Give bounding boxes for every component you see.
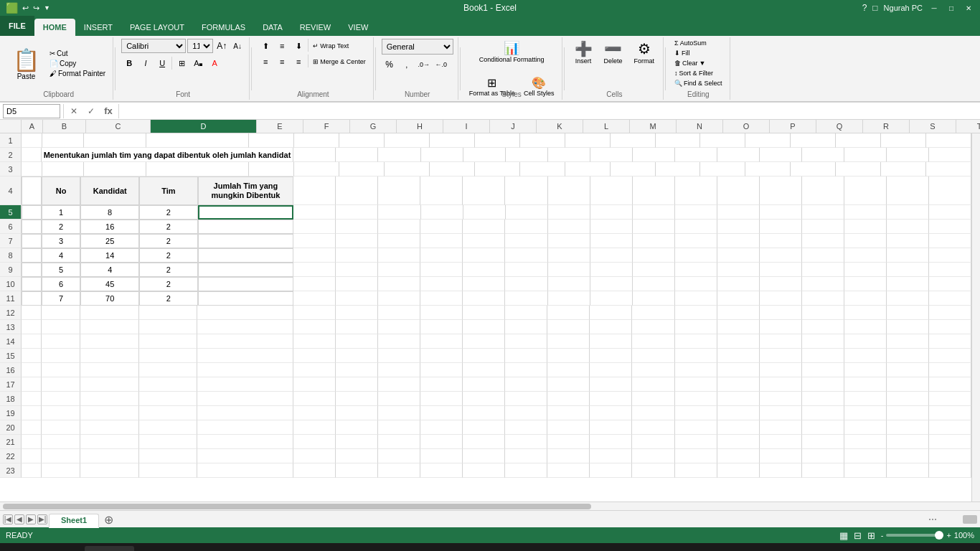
cell-J3[interactable] (475, 162, 520, 176)
rownum-11[interactable]: 11 (0, 291, 22, 306)
cell-O20[interactable] (717, 420, 760, 435)
cell-M1[interactable] (611, 133, 656, 148)
cell-D17[interactable] (197, 377, 293, 392)
cell-C22[interactable] (80, 449, 139, 463)
cell-Q4[interactable] (802, 176, 844, 205)
cell-P14[interactable] (760, 334, 802, 349)
cell-B21[interactable] (42, 435, 81, 449)
cell-P11[interactable] (760, 291, 802, 306)
cell-F15[interactable] (336, 349, 378, 363)
cell-N15[interactable] (675, 349, 717, 363)
cell-G7[interactable] (378, 234, 420, 248)
cell-A5[interactable] (22, 205, 42, 220)
rownum-9[interactable]: 9 (0, 263, 22, 277)
cell-C10[interactable]: 45 (80, 277, 139, 291)
cell-H4[interactable] (420, 176, 463, 205)
cell-I13[interactable] (463, 320, 505, 334)
view-page-break-btn[interactable]: ⊞ (867, 530, 875, 541)
cell-B20[interactable] (42, 420, 81, 435)
cell-B1[interactable] (42, 133, 84, 148)
cell-M7[interactable] (633, 234, 675, 248)
cell-S22[interactable] (887, 449, 929, 463)
cell-K7[interactable] (548, 234, 590, 248)
rownum-4[interactable]: 4 (0, 176, 22, 205)
col-header-T[interactable]: T (956, 120, 980, 133)
cell-E17[interactable] (293, 377, 336, 392)
cell-S16[interactable] (887, 363, 929, 377)
h-scroll-thumb[interactable] (3, 504, 591, 509)
cell-F6[interactable] (336, 220, 378, 234)
col-header-I[interactable]: I (443, 120, 490, 133)
cell-O11[interactable] (717, 291, 760, 306)
cell-T10[interactable] (929, 277, 971, 291)
cell-J18[interactable] (505, 392, 547, 406)
cell-F18[interactable] (336, 392, 378, 406)
rownum-2[interactable]: 2 (0, 148, 22, 162)
cell-N22[interactable] (675, 449, 717, 463)
quick-access-more[interactable]: ▼ (44, 4, 50, 11)
col-header-D[interactable]: D (151, 120, 257, 133)
cell-L1[interactable] (565, 133, 611, 148)
cell-Q1[interactable] (791, 133, 836, 148)
cell-I18[interactable] (463, 392, 505, 406)
cell-B17[interactable] (42, 377, 81, 392)
cell-S3[interactable] (881, 162, 926, 176)
cell-N21[interactable] (675, 435, 717, 449)
cell-M18[interactable] (632, 392, 674, 406)
cell-D14[interactable] (197, 334, 293, 349)
cell-H15[interactable] (420, 349, 463, 363)
cell-D22[interactable] (197, 449, 293, 463)
increase-font-btn[interactable]: A↑ (215, 39, 229, 53)
search-btn[interactable]: 🔍 (30, 545, 56, 551)
cell-O9[interactable] (717, 263, 760, 277)
cell-P12[interactable] (760, 306, 802, 320)
sheet-options-icon[interactable]: ⋯ (928, 514, 937, 524)
rownum-13[interactable]: 13 (0, 320, 22, 334)
cell-J21[interactable] (505, 435, 547, 449)
cell-J2[interactable] (506, 148, 548, 162)
rownum-22[interactable]: 22 (0, 449, 22, 463)
align-bottom-btn[interactable]: ⬇ (291, 39, 306, 53)
cell-I9[interactable] (463, 263, 505, 277)
cell-H20[interactable] (420, 420, 463, 435)
cell-S14[interactable] (887, 334, 929, 349)
cell-F2[interactable] (336, 148, 378, 162)
cell-L3[interactable] (565, 162, 611, 176)
cell-J6[interactable] (505, 220, 547, 234)
cell-C7[interactable]: 25 (80, 234, 139, 248)
ribbon-display-btn[interactable]: □ (872, 3, 877, 13)
cell-S17[interactable] (887, 377, 929, 392)
percent-btn[interactable]: % (382, 57, 397, 72)
cell-S11[interactable] (887, 291, 929, 306)
insert-function-btn[interactable]: fx (101, 104, 116, 118)
cell-L19[interactable] (590, 406, 632, 420)
cell-I3[interactable] (430, 162, 475, 176)
col-header-O[interactable]: O (723, 120, 770, 133)
cell-D7[interactable] (198, 234, 294, 248)
cell-Q2[interactable] (802, 148, 844, 162)
cell-F1[interactable] (294, 133, 339, 148)
cell-M6[interactable] (633, 220, 675, 234)
cell-J22[interactable] (505, 449, 547, 463)
cell-O13[interactable] (717, 320, 760, 334)
cell-O23[interactable] (717, 463, 760, 478)
cell-L17[interactable] (590, 377, 632, 392)
col-header-R[interactable]: R (863, 120, 910, 133)
cell-R20[interactable] (844, 420, 887, 435)
cell-R13[interactable] (844, 320, 887, 334)
cell-T5[interactable] (929, 205, 971, 220)
cell-C2-15[interactable] (139, 349, 198, 363)
cell-N4[interactable] (675, 176, 717, 205)
cell-P18[interactable] (760, 392, 802, 406)
cell-R4[interactable] (844, 176, 887, 205)
font-name-select[interactable]: Calibri (121, 39, 186, 53)
cell-O6[interactable] (717, 220, 760, 234)
cell-S18[interactable] (887, 392, 929, 406)
cell-E8[interactable] (293, 248, 336, 263)
cell-J10[interactable] (505, 277, 547, 291)
cell-S13[interactable] (887, 320, 929, 334)
cell-O15[interactable] (717, 349, 760, 363)
cell-T12[interactable] (929, 306, 971, 320)
cell-G3[interactable] (339, 162, 385, 176)
tab-view[interactable]: VIEW (339, 19, 377, 36)
